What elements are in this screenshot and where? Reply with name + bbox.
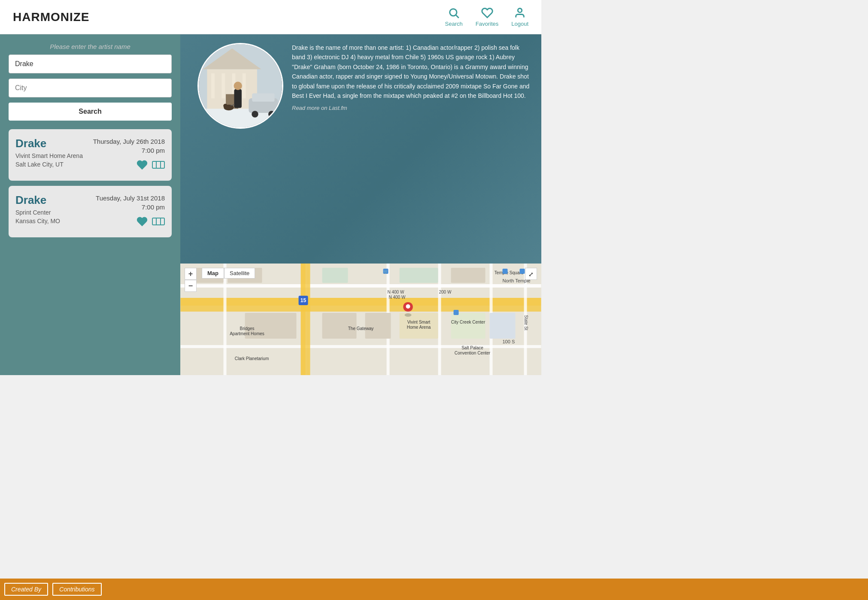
svg-text:Apartment Homes: Apartment Homes (230, 331, 264, 336)
svg-rect-31 (181, 345, 541, 348)
svg-text:🛒: 🛒 (383, 269, 388, 274)
event-actions (137, 159, 165, 173)
svg-text:Clark Planetarium: Clark Planetarium (235, 356, 269, 361)
svg-rect-51 (365, 313, 391, 339)
svg-rect-57 (490, 313, 516, 339)
svg-text:200 W: 200 W (439, 290, 452, 294)
nav-logout-label: Logout (511, 21, 528, 27)
favorite-button[interactable] (137, 159, 148, 173)
svg-rect-19 (252, 93, 274, 101)
artist-input[interactable] (9, 55, 172, 73)
svg-rect-50 (322, 313, 357, 339)
svg-text:City Creek Center: City Creek Center (451, 320, 486, 324)
event-name: Drake (15, 137, 83, 150)
nav-favorites[interactable]: Favorites (476, 7, 498, 27)
app-logo: HARMONIZE (13, 10, 90, 24)
svg-point-74 (406, 304, 410, 309)
event-right: Thursday, July 26th 2018 7:00 pm (93, 137, 165, 173)
svg-text:Convention Center: Convention Center (455, 351, 491, 355)
svg-rect-32 (224, 264, 227, 375)
svg-rect-34 (306, 264, 310, 375)
svg-text:State St: State St (524, 315, 528, 330)
search-icon (448, 7, 460, 19)
svg-rect-49 (322, 268, 348, 283)
svg-rect-28 (181, 298, 541, 306)
favorite-button[interactable] (137, 216, 148, 230)
main-content: Please enter the artist name Search Drak… (0, 34, 541, 375)
bio-section: Drake is the name of more than one artis… (292, 43, 533, 113)
zoom-out-button[interactable]: − (185, 280, 197, 292)
heart-nav-icon (481, 7, 493, 19)
artist-image (197, 43, 283, 129)
map-section: 15 North Temple 100 S N 400 W N 400 W 20… (180, 264, 541, 375)
user-icon (514, 7, 526, 19)
nav-icons: Search Favorites Logout (445, 7, 528, 27)
lastfm-link[interactable]: Read more on Last.fm (292, 104, 533, 113)
svg-text:Home Arena: Home Arena (407, 325, 431, 330)
event-card: Drake Vivint Smart Home Arena Salt Lake … (9, 129, 172, 181)
event-date: Thursday, July 26th 2018 7:00 pm (93, 137, 165, 155)
svg-rect-13 (222, 73, 225, 98)
svg-point-73 (405, 313, 412, 317)
svg-text:Salt Palace: Salt Palace (461, 345, 483, 350)
event-actions (137, 216, 165, 230)
svg-point-2 (518, 9, 522, 12)
event-venue: Vivint Smart Home Arena Salt Lake City, … (15, 152, 83, 169)
svg-rect-22 (234, 89, 241, 108)
search-button[interactable]: Search (9, 103, 172, 121)
svg-point-21 (268, 111, 275, 118)
map-expand-button[interactable]: ⤢ (525, 268, 537, 280)
artist-photo (199, 44, 282, 127)
event-left: Drake Sprint Center Kansas City, MO (15, 194, 60, 225)
svg-rect-56 (451, 313, 486, 339)
map-type-map[interactable]: Map (202, 268, 224, 279)
nav-search[interactable]: Search (445, 7, 463, 27)
zoom-in-button[interactable]: + (185, 268, 197, 280)
svg-point-23 (234, 82, 242, 90)
ticket-button[interactable] (152, 160, 165, 173)
nav-logout[interactable]: Logout (511, 7, 528, 27)
svg-text:100 S: 100 S (503, 339, 515, 344)
ticket-button[interactable] (152, 216, 165, 229)
svg-line-1 (456, 15, 458, 18)
svg-text:Temple Square: Temple Square (495, 270, 524, 275)
svg-rect-72 (454, 310, 459, 315)
artist-placeholder-label: Please enter the artist name (9, 43, 172, 50)
city-input[interactable] (9, 79, 172, 97)
event-card: Drake Sprint Center Kansas City, MO Tues… (9, 186, 172, 237)
svg-text:Bridges: Bridges (240, 326, 255, 331)
svg-rect-71 (503, 269, 508, 274)
svg-text:N 400 W: N 400 W (388, 290, 404, 294)
svg-point-25 (223, 104, 228, 108)
event-right: Tuesday, July 31st 2018 7:00 pm (96, 194, 165, 230)
event-name: Drake (15, 194, 60, 207)
svg-rect-6 (152, 218, 164, 225)
svg-rect-15 (243, 73, 246, 98)
map-svg: 15 North Temple 100 S N 400 W N 400 W 20… (180, 264, 541, 375)
svg-rect-53 (400, 268, 438, 283)
svg-rect-3 (152, 161, 164, 168)
map-type-satellite[interactable]: Satellite (224, 268, 255, 279)
svg-text:Vivint Smart: Vivint Smart (407, 320, 431, 324)
svg-rect-29 (181, 306, 541, 312)
nav-search-label: Search (445, 21, 463, 27)
map-container: 15 North Temple 100 S N 400 W N 400 W 20… (180, 264, 541, 375)
app-header: HARMONIZE Search Favorites Logout (0, 0, 541, 34)
svg-text:15: 15 (300, 297, 307, 303)
svg-point-0 (450, 9, 457, 16)
event-left: Drake Vivint Smart Home Arena Salt Lake … (15, 137, 83, 169)
svg-rect-70 (520, 269, 525, 274)
event-venue: Sprint Center Kansas City, MO (15, 209, 60, 225)
svg-point-20 (252, 111, 258, 118)
svg-text:N 400 W: N 400 W (389, 295, 406, 300)
event-date: Tuesday, July 31st 2018 7:00 pm (96, 194, 165, 212)
artist-bio: Drake is the name of more than one artis… (292, 43, 533, 100)
artist-photo-svg (199, 44, 282, 127)
svg-rect-12 (211, 73, 215, 98)
svg-text:The Gateway: The Gateway (348, 326, 373, 331)
svg-rect-33 (301, 264, 306, 375)
nav-favorites-label: Favorites (476, 21, 498, 27)
svg-rect-30 (181, 284, 541, 288)
svg-rect-36 (438, 264, 441, 375)
right-panel: Drake is the name of more than one artis… (180, 34, 541, 375)
